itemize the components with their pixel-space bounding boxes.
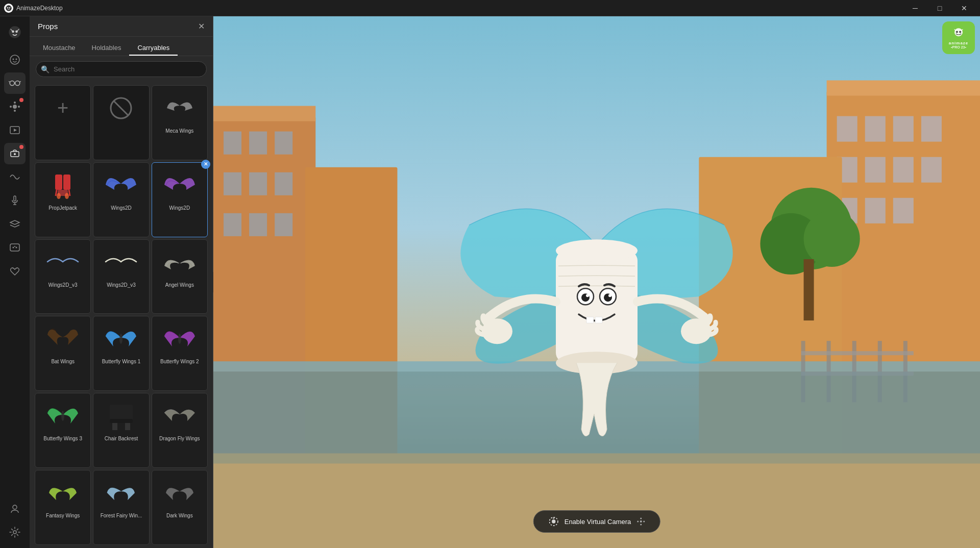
props-tabs: Moustache Holdables Carryables — [30, 37, 213, 56]
svg-rect-64 — [921, 116, 942, 142]
svg-rect-56 — [224, 213, 241, 236]
svg-point-42 — [61, 411, 64, 421]
svg-line-13 — [20, 81, 21, 82]
svg-point-9 — [10, 81, 14, 86]
wings2d-1-label: Wings2D — [111, 205, 132, 211]
svg-point-0 — [6, 5, 12, 11]
wings2d-v3-2-label: Wings2D_v3 — [107, 282, 136, 288]
prop-wings2d-v3-2[interactable]: Wings2D_v3 — [93, 239, 149, 314]
tab-holdables[interactable]: Holdables — [84, 41, 130, 56]
props-title: Props — [38, 22, 58, 31]
prop-add[interactable]: + — [35, 85, 91, 160]
svg-rect-99 — [595, 317, 602, 323]
prop-wings2d-1[interactable]: Wings2D — [93, 162, 149, 237]
prop-dragonfly[interactable]: Dragon Fly Wings — [152, 393, 208, 468]
svg-rect-70 — [865, 198, 886, 223]
prop-none[interactable] — [93, 85, 149, 160]
svg-point-3 — [9, 26, 20, 38]
maximize-button[interactable]: □ — [928, 0, 951, 16]
svg-point-16 — [14, 110, 16, 112]
prop-meca-wings[interactable]: Meca Wings — [152, 85, 208, 160]
search-container: 🔍 — [30, 56, 213, 82]
prop-forest-fairy[interactable]: Forest Fairy Win... — [93, 470, 149, 545]
svg-rect-44 — [112, 422, 117, 430]
forest-fairy-thumb — [101, 474, 141, 512]
sidebar-item-layers[interactable] — [4, 213, 26, 235]
svg-point-105 — [640, 520, 642, 522]
main-area: Props ✕ Moustache Holdables Carryables 🔍… — [0, 16, 980, 548]
svg-rect-60 — [827, 80, 980, 95]
svg-point-38 — [57, 193, 61, 199]
fantasy-wings-label: Fantasy Wings — [46, 513, 80, 519]
search-input[interactable] — [36, 61, 207, 77]
svg-point-41 — [178, 334, 181, 344]
prop-angel-wings[interactable]: Angel Wings — [152, 239, 208, 314]
jetpack-thumb — [42, 166, 83, 204]
svg-rect-46 — [110, 419, 133, 423]
prop-fantasy-wings[interactable]: Fantasy Wings — [35, 470, 91, 545]
prop-bat-wings[interactable]: Bat Wings — [35, 316, 91, 391]
sidebar-item-user[interactable] — [4, 498, 26, 519]
animaze-badge: animaze •PRO 23• — [942, 21, 975, 54]
jetpack-label: PropJetpack — [48, 205, 77, 211]
props-grid: + Meca Wings — [30, 82, 213, 548]
svg-point-7 — [13, 59, 14, 60]
dragonfly-thumb — [159, 396, 200, 435]
virtual-camera-button[interactable]: Enable Virtual Camera — [533, 510, 660, 533]
selected-badge: ✕ — [201, 160, 210, 169]
sidebar-item-face[interactable] — [4, 49, 26, 70]
butterfly3-thumb — [42, 396, 83, 435]
wings2d-v3-1-label: Wings2D_v3 — [48, 282, 78, 288]
prop-butterfly1[interactable]: Butterfly Wings 1 — [93, 316, 149, 391]
wings2d-2-label: Wings2D — [169, 205, 190, 211]
svg-rect-23 — [14, 196, 16, 201]
sidebar-item-voice[interactable] — [4, 190, 26, 211]
sidebar-item-effects[interactable] — [4, 96, 26, 117]
svg-point-10 — [15, 81, 20, 86]
sidebar-item-media[interactable] — [4, 119, 26, 141]
search-wrapper: 🔍 — [36, 61, 207, 77]
sidebar-item-twitch[interactable] — [4, 237, 26, 258]
prop-wings2d-v3-1[interactable]: Wings2D_v3 — [35, 239, 91, 314]
butterfly1-label: Butterfly Wings 1 — [102, 359, 141, 365]
sidebar-item-logo[interactable] — [4, 21, 26, 43]
svg-rect-53 — [224, 172, 241, 195]
svg-point-104 — [553, 517, 555, 519]
titlebar-controls: ─ □ ✕ — [903, 0, 976, 16]
svg-rect-71 — [893, 198, 914, 223]
tab-moustache[interactable]: Moustache — [35, 41, 84, 56]
svg-rect-77 — [804, 259, 814, 320]
props-panel: Props ✕ Moustache Holdables Carryables 🔍… — [30, 16, 213, 548]
prop-jetpack[interactable]: PropJetpack — [35, 162, 91, 237]
bat-wings-label: Bat Wings — [51, 359, 75, 365]
prop-dark-wings[interactable]: Dark Wings — [152, 470, 208, 545]
svg-point-97 — [608, 294, 611, 297]
prop-wings2d-2[interactable]: ✕ Wings2D — [152, 162, 208, 237]
camera-button-label: Enable Virtual Camera — [565, 518, 631, 526]
dark-wings-thumb — [159, 474, 200, 512]
svg-rect-35 — [55, 175, 62, 190]
titlebar-left: AnimazeDesktop — [4, 4, 63, 13]
angel-wings-thumb — [159, 243, 200, 281]
prop-butterfly3[interactable]: Butterfly Wings 3 — [35, 393, 91, 468]
minimize-button[interactable]: ─ — [903, 0, 927, 16]
svg-rect-26 — [10, 244, 19, 251]
butterfly2-label: Butterfly Wings 2 — [160, 359, 199, 365]
sidebar-item-eyes[interactable] — [4, 72, 26, 94]
wings2d-v3-1-thumb — [42, 243, 83, 281]
tab-carryables[interactable]: Carryables — [129, 41, 178, 56]
props-close-button[interactable]: ✕ — [198, 21, 205, 31]
sidebar — [0, 16, 30, 548]
prop-butterfly2[interactable]: Butterfly Wings 2 — [152, 316, 208, 391]
sidebar-item-props[interactable] — [4, 143, 26, 164]
sidebar-item-settings[interactable] — [4, 521, 26, 543]
butterfly1-thumb — [101, 319, 141, 358]
svg-point-107 — [640, 524, 642, 526]
sidebar-item-animation[interactable] — [4, 166, 26, 188]
svg-rect-50 — [224, 132, 241, 155]
prop-chair-backrest[interactable]: Chair Backrest — [93, 393, 149, 468]
svg-rect-58 — [275, 213, 292, 236]
sidebar-item-favorites[interactable] — [4, 260, 26, 282]
svg-rect-80 — [213, 453, 980, 548]
close-button[interactable]: ✕ — [952, 0, 976, 16]
